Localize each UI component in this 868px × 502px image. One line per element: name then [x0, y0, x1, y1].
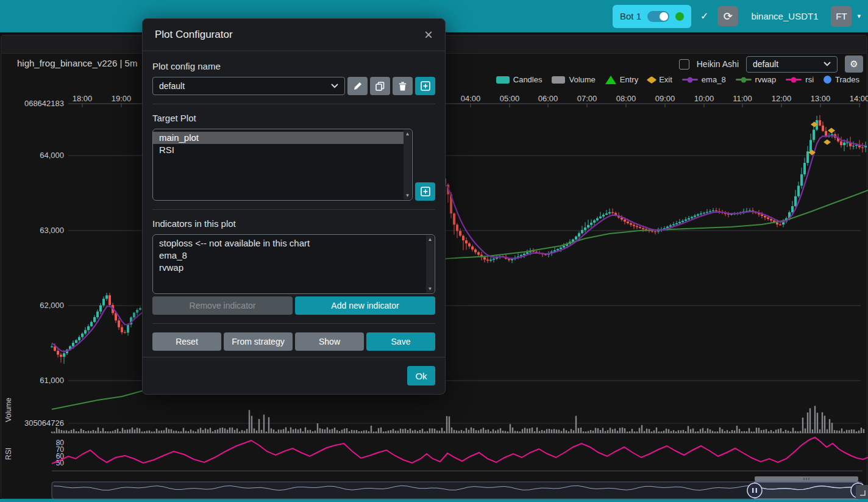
legend-label: Volume	[569, 75, 595, 84]
legend-trades[interactable]: Trades	[824, 75, 859, 84]
plot-config-select[interactable]: default	[746, 56, 838, 73]
bot-selector-chip[interactable]: Bot 1	[613, 5, 691, 28]
bot-name: Bot 1	[620, 11, 641, 21]
indicator-item-ema8[interactable]: ema_8	[153, 249, 435, 262]
svg-text:10:00: 10:00	[694, 94, 714, 103]
chevron-down-icon[interactable]: ▾	[857, 12, 861, 20]
add-new-indicator-button[interactable]: Add new indicator	[295, 296, 435, 315]
bot-online-toggle[interactable]	[647, 11, 669, 22]
legend-rsi[interactable]: rsi	[786, 75, 814, 84]
candles-swatch	[496, 76, 510, 84]
plus-square-icon	[421, 81, 430, 91]
resize-grip[interactable]	[856, 485, 868, 499]
ema8-line-swatch	[682, 79, 698, 81]
datazoom-handle[interactable]	[747, 483, 762, 498]
legend-label: rsi	[805, 75, 814, 84]
svg-text:07:00: 07:00	[577, 94, 597, 103]
legend-entry[interactable]: Entry	[605, 75, 638, 84]
legend-exit[interactable]: Exit	[648, 75, 672, 84]
plot-configurator-gear-button[interactable]: ⚙	[845, 56, 863, 73]
scroll-down-icon[interactable]: ▼	[405, 193, 410, 198]
duplicate-config-button[interactable]	[370, 77, 390, 95]
listbox-scrollbar[interactable]: ▲ ▼	[404, 130, 411, 199]
check-icon: ✓	[700, 10, 708, 22]
show-button[interactable]: Show	[295, 332, 364, 351]
avatar-label: FT	[836, 11, 847, 21]
refresh-icon: ⟳	[724, 11, 733, 22]
svg-text:14:00: 14:00	[850, 94, 868, 103]
target-plot-item-main-plot[interactable]: main_plot	[153, 132, 404, 144]
svg-text:05:00: 05:00	[500, 94, 520, 103]
legend-rvwap[interactable]: rvwap	[736, 75, 777, 84]
plot-configurator-modal: Plot Configurator × Plot config name def…	[142, 18, 446, 395]
plot-config-name-label: Plot config name	[152, 61, 435, 71]
chart-controls: Heikin Ashi default ⚙	[679, 56, 863, 73]
svg-text:19:00: 19:00	[112, 94, 132, 103]
edit-config-button[interactable]	[347, 77, 368, 95]
refresh-button[interactable]: ⟳	[717, 6, 738, 26]
legend-label: Trades	[835, 75, 859, 84]
ok-button[interactable]: Ok	[407, 366, 435, 385]
scroll-up-icon[interactable]: ▲	[428, 237, 433, 242]
legend-volume[interactable]: Volume	[552, 75, 595, 84]
bot-status-dot	[675, 12, 684, 21]
trades-circle-icon	[824, 76, 831, 84]
legend-label: ema_8	[702, 75, 726, 84]
svg-text:13:00: 13:00	[811, 94, 831, 103]
volume-swatch	[552, 76, 565, 84]
heikin-ashi-label: Heikin Ashi	[697, 59, 739, 69]
svg-text:RSI: RSI	[4, 448, 13, 460]
trash-icon	[399, 82, 407, 91]
legend-ema8[interactable]: ema_8	[682, 75, 726, 84]
modal-body: Plot config name default Target Plot m	[143, 51, 445, 357]
add-target-plot-button[interactable]	[415, 182, 435, 201]
indicator-item-stoploss[interactable]: stoploss <-- not available in this chart	[153, 237, 435, 249]
svg-text:09:00: 09:00	[655, 94, 675, 103]
entry-triangle-icon	[605, 76, 616, 84]
chevron-down-icon	[331, 84, 338, 88]
modal-title: Plot Configurator	[155, 29, 233, 41]
plot-config-value: default	[753, 59, 778, 69]
delete-config-button[interactable]	[393, 77, 413, 95]
indicators-label: Indicators in this plot	[152, 218, 435, 229]
rvwap-line-swatch	[736, 79, 752, 81]
add-config-button[interactable]	[415, 77, 435, 95]
listbox-scrollbar[interactable]: ▲ ▼	[426, 235, 434, 293]
datazoom-selection[interactable]	[755, 482, 858, 499]
indicator-item-rvwap[interactable]: rvwap	[153, 262, 435, 274]
scroll-up-icon[interactable]: ▲	[405, 131, 410, 137]
svg-text:64,000: 64,000	[40, 151, 64, 160]
svg-text:06:00: 06:00	[538, 94, 558, 103]
svg-text:18:00: 18:00	[73, 94, 93, 103]
reset-button[interactable]: Reset	[152, 332, 221, 351]
indicators-listbox: stoploss <-- not available in this chart…	[152, 234, 435, 294]
pencil-icon	[354, 82, 362, 90]
toggle-knob	[660, 12, 668, 21]
svg-text:12:00: 12:00	[772, 94, 792, 103]
svg-text:305064726: 305064726	[24, 418, 64, 428]
config-name-value: default	[159, 81, 185, 91]
chart-legend: Candles Volume Entry Exit ema_8 rvwap rs…	[496, 75, 859, 84]
svg-text:04:00: 04:00	[461, 94, 481, 103]
target-plot-label: Target Plot	[152, 113, 435, 123]
strategy-title: high_frog_binance_v226 | 5m	[17, 58, 137, 68]
svg-text:Volume: Volume	[4, 398, 13, 422]
svg-text:62,000: 62,000	[40, 301, 64, 310]
legend-candles[interactable]: Candles	[496, 75, 542, 84]
config-name-select[interactable]: default	[152, 77, 345, 95]
chevron-down-icon	[824, 62, 831, 66]
datazoom-track[interactable]	[52, 482, 863, 499]
remove-indicator-button[interactable]: Remove indicator	[152, 296, 293, 315]
from-strategy-button[interactable]: From strategy	[224, 332, 293, 351]
save-button[interactable]: Save	[366, 332, 435, 351]
svg-text:08:00: 08:00	[616, 94, 636, 103]
close-icon[interactable]: ×	[424, 29, 433, 40]
target-plot-item-rsi[interactable]: RSI	[153, 144, 412, 156]
user-avatar[interactable]: FT	[831, 6, 852, 27]
modal-footer: Ok	[143, 357, 445, 394]
heikin-ashi-checkbox[interactable]	[679, 59, 689, 70]
scroll-down-icon[interactable]: ▼	[428, 286, 433, 292]
svg-text:068642183: 068642183	[24, 99, 64, 108]
svg-text:63,000: 63,000	[40, 226, 64, 235]
plus-square-icon	[421, 187, 430, 196]
